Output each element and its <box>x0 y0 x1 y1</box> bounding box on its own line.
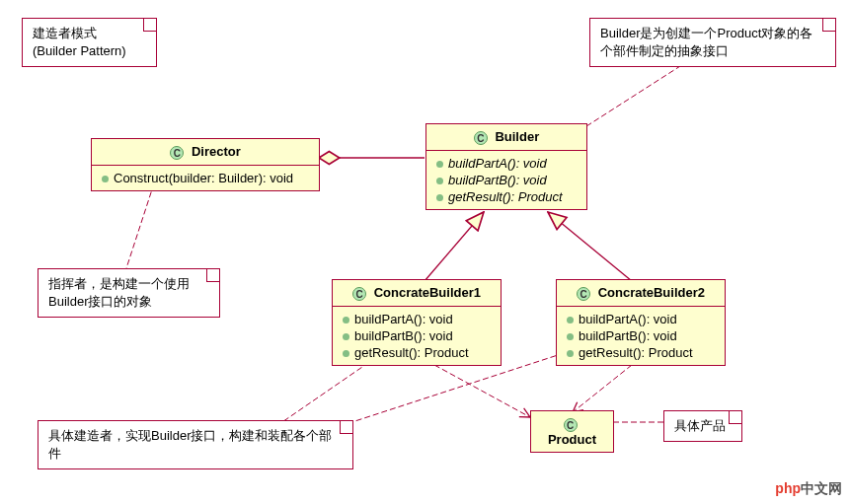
class-product-name: Product <box>548 432 596 447</box>
svg-line-2 <box>126 183 154 268</box>
title-note-line2: (Builder Pattern) <box>33 42 146 60</box>
svg-line-1 <box>586 59 691 126</box>
class-concrete2-header: C ConcrateBuilder2 <box>557 280 725 307</box>
class-concrete-builder-1: C ConcrateBuilder1 buildPartA(): void bu… <box>332 279 502 366</box>
visibility-icon <box>343 350 349 357</box>
title-note: 建造者模式 (Builder Pattern) <box>22 18 157 67</box>
svg-line-5 <box>434 365 530 417</box>
member: getResult(): Product <box>565 344 717 361</box>
class-icon: C <box>577 287 590 301</box>
svg-line-8 <box>331 355 558 429</box>
class-concrete2-body: buildPartA(): void buildPartB(): void ge… <box>557 307 725 365</box>
watermark-php: php <box>775 480 801 496</box>
visibility-icon <box>436 178 443 184</box>
svg-line-4 <box>548 212 632 281</box>
class-builder-name: Builder <box>495 129 539 144</box>
class-builder-header: C Builder <box>426 124 586 151</box>
class-concrete1-body: buildPartA(): void buildPartB(): void ge… <box>333 307 501 365</box>
svg-line-6 <box>573 365 632 412</box>
member: buildPartB(): void <box>341 327 493 344</box>
svg-line-3 <box>425 212 484 281</box>
class-icon: C <box>564 418 578 432</box>
member: buildPartB(): void <box>565 327 717 344</box>
class-director: C Director Construct(builder: Builder): … <box>91 138 320 191</box>
builder-note: Builder是为创建一个Product对象的各个部件制定的抽象接口 <box>589 18 836 67</box>
class-icon: C <box>170 146 184 160</box>
member: buildPartB(): void <box>434 172 579 188</box>
member: buildPartA(): void <box>434 155 579 172</box>
class-product: C Product <box>530 410 614 453</box>
class-director-header: C Director <box>92 139 319 166</box>
class-director-body: Construct(builder: Builder): void <box>92 166 319 190</box>
concrete-builder-note: 具体建造者，实现Builder接口，构建和装配各个部件 <box>38 420 353 469</box>
class-concrete1-header: C ConcrateBuilder1 <box>333 280 501 307</box>
watermark-rest: 中文网 <box>801 480 842 496</box>
member: getResult(): Product <box>341 344 493 361</box>
watermark: php中文网 <box>775 480 842 498</box>
visibility-icon <box>343 317 349 324</box>
class-icon: C <box>352 287 366 301</box>
product-note: 具体产品 <box>663 410 742 442</box>
visibility-icon <box>343 333 349 340</box>
visibility-icon <box>102 176 109 182</box>
class-product-header: C Product <box>531 411 613 452</box>
class-builder: C Builder buildPartA(): void buildPartB(… <box>425 123 587 210</box>
member: buildPartA(): void <box>565 311 717 327</box>
member: Construct(builder: Builder): void <box>100 170 311 186</box>
class-concrete2-name: ConcrateBuilder2 <box>598 285 705 300</box>
visibility-icon <box>567 317 574 324</box>
director-note: 指挥者，是构建一个使用Builder接口的对象 <box>38 268 220 318</box>
member: getResult(): Product <box>434 188 579 205</box>
class-icon: C <box>474 131 488 145</box>
class-concrete1-name: ConcrateBuilder1 <box>374 285 481 300</box>
visibility-icon <box>436 194 443 201</box>
class-concrete-builder-2: C ConcrateBuilder2 buildPartA(): void bu… <box>556 279 726 366</box>
class-director-name: Director <box>192 144 241 159</box>
visibility-icon <box>436 161 443 168</box>
svg-line-7 <box>276 365 365 426</box>
title-note-line1: 建造者模式 <box>33 25 146 42</box>
class-builder-body: buildPartA(): void buildPartB(): void ge… <box>426 151 586 209</box>
visibility-icon <box>567 333 574 340</box>
member: buildPartA(): void <box>341 311 493 327</box>
visibility-icon <box>567 350 574 357</box>
